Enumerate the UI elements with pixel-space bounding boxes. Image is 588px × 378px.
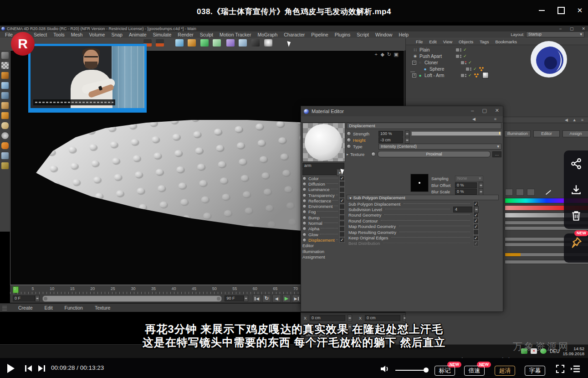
c4d-maximize-button[interactable]: ▢	[570, 26, 574, 31]
go-to-start-button[interactable]: ◀	[253, 295, 261, 302]
c4d-menu-item[interactable]: Snap	[108, 32, 126, 37]
layer-square[interactable]	[461, 61, 464, 64]
channel-checkbox[interactable]	[339, 181, 345, 186]
object-tags[interactable]	[474, 73, 481, 78]
light-icon[interactable]	[264, 39, 272, 47]
c4d-menu-item[interactable]: Script	[353, 32, 372, 37]
layer-square[interactable]	[461, 74, 464, 77]
c4d-menu-item[interactable]: Tools	[50, 32, 68, 37]
material-channel-row[interactable]: Editor	[302, 243, 345, 249]
play-button-c4d[interactable]: ▶	[282, 295, 291, 302]
object-tags[interactable]	[479, 67, 486, 71]
material-channel-row[interactable]: Illumination	[302, 249, 345, 254]
material-manager-menu-item[interactable]: Create	[18, 305, 33, 311]
gear-icon[interactable]	[1, 162, 9, 169]
material-channel-row[interactable]: Color ✓	[302, 176, 345, 181]
material-channel-row[interactable]: Fog	[302, 209, 345, 215]
texture-circle-button[interactable]	[371, 152, 376, 156]
magnet-snap-icon[interactable]	[1, 142, 9, 149]
material-manager-menu-item[interactable]: Edit	[45, 305, 53, 311]
volume-icon[interactable]	[380, 364, 390, 373]
material-layer-dropdown[interactable]	[302, 169, 338, 175]
c4d-minimize-button[interactable]: –	[559, 26, 562, 31]
end-frame-field[interactable]: 90 F	[225, 295, 243, 301]
coord-field[interactable]: 0 cm	[365, 315, 400, 321]
material-channel-row[interactable]: Bump	[302, 215, 345, 220]
attribute-tab[interactable]: Editor	[533, 130, 560, 137]
subtitle-button[interactable]: 字幕	[525, 366, 545, 376]
next-video-button[interactable]	[38, 365, 45, 372]
spd-stepper[interactable]	[474, 206, 479, 213]
c4d-menu-item[interactable]: Mesh	[68, 32, 86, 37]
c4d-menu-item[interactable]: Help	[395, 32, 412, 37]
c4d-menu-item[interactable]: Plugins	[332, 32, 353, 37]
visibility-dots[interactable]	[465, 61, 466, 64]
strength-stepper[interactable]	[405, 130, 409, 137]
volume-slider[interactable]	[395, 370, 425, 371]
color-wheel-icon[interactable]	[505, 189, 513, 196]
object-manager-menu-item[interactable]: Tags	[477, 39, 491, 44]
channel-checkbox[interactable]	[339, 226, 345, 232]
spd-value-field[interactable]: 4	[453, 207, 472, 212]
c4d-menu-item[interactable]: Pipeline	[308, 32, 331, 37]
material-channel-row[interactable]: Environment	[302, 203, 345, 209]
trash-icon[interactable]	[571, 210, 582, 222]
panel-grip[interactable]	[2, 306, 7, 311]
spd-checkbox[interactable]: ✓	[473, 212, 479, 218]
me-minimize-button[interactable]: –	[471, 108, 474, 114]
c4d-menu-item[interactable]: Volume	[86, 32, 108, 37]
c4d-menu-item[interactable]: Sculpt	[197, 32, 216, 37]
channel-checkbox[interactable]: ✓	[339, 176, 345, 181]
minimize-button[interactable]	[537, 5, 547, 16]
c4d-menu-item[interactable]: Motion Tracker	[216, 32, 254, 37]
object-manager-menu-item[interactable]: Bookmarks	[492, 39, 520, 44]
me-close-button[interactable]: ✕	[495, 108, 499, 114]
object-visibility-toggles[interactable]: ✓	[461, 73, 472, 78]
object-visibility-toggles[interactable]: ✓	[456, 47, 467, 52]
channel-checkbox[interactable]	[339, 232, 345, 237]
timeline-range-slider[interactable]	[42, 295, 222, 302]
coord-field[interactable]: 0 cm	[310, 315, 345, 321]
c4d-menu-item[interactable]: Animate	[126, 32, 150, 37]
expand-toggle[interactable]: +	[412, 73, 416, 78]
object-visibility-toggles[interactable]: ✓	[461, 60, 472, 65]
color-spectrum-icon[interactable]	[516, 189, 524, 196]
object-manager-menu-item[interactable]: Edit	[426, 39, 439, 44]
expand-icon[interactable]: ▸	[347, 152, 348, 156]
material-manager-menu-item[interactable]: Texture	[95, 305, 110, 311]
material-tag[interactable]	[482, 72, 489, 78]
spd-checkbox[interactable]: ✓	[473, 224, 479, 229]
layer-square[interactable]	[456, 55, 459, 58]
spd-checkbox[interactable]	[473, 229, 479, 235]
material-channel-row[interactable]: Normal	[302, 220, 345, 226]
menu-icon[interactable]: ≡	[581, 118, 583, 122]
array-icon[interactable]	[213, 39, 221, 47]
me-menu-icon[interactable]: ≡	[494, 117, 496, 121]
timeline-ruler[interactable]: 0510152025303540455055606570	[10, 285, 301, 295]
me-maximize-button[interactable]: ▢	[482, 108, 486, 114]
speed-button[interactable]: 倍速	[464, 366, 485, 376]
c4d-menu-item[interactable]: MoGraph	[254, 32, 281, 37]
render-settings-icon[interactable]	[156, 39, 164, 47]
object-visibility-toggles[interactable]: ✓	[456, 54, 467, 58]
enabled-check[interactable]: ✓	[468, 73, 472, 78]
up-icon[interactable]: ▲	[573, 118, 577, 122]
c4d-close-button[interactable]: ✕	[582, 26, 585, 31]
blur-scale-field[interactable]: 0 %	[455, 189, 477, 195]
channel-checkbox[interactable]: ✓	[339, 237, 345, 243]
c4d-menu-item[interactable]: Select	[31, 32, 50, 37]
snap-icon[interactable]	[1, 132, 9, 139]
spd-checkbox[interactable]: ✓	[473, 235, 479, 241]
share-icon[interactable]	[570, 158, 582, 170]
maximize-button[interactable]	[556, 5, 566, 16]
visibility-dots[interactable]	[470, 67, 471, 71]
quality-button[interactable]: 超清	[495, 366, 515, 376]
layout-dropdown[interactable]: Startup ▾	[526, 31, 584, 37]
object-visibility-toggles[interactable]: ✓	[466, 67, 477, 71]
add-cube-icon[interactable]	[175, 39, 184, 47]
c4d-menu-item[interactable]: Window	[372, 32, 395, 37]
channel-checkbox[interactable]	[339, 209, 345, 215]
spd-header[interactable]: ▼ Sub Polygon Displacement	[347, 195, 499, 200]
layer-square[interactable]	[456, 48, 459, 52]
channel-checkbox[interactable]	[339, 221, 345, 226]
